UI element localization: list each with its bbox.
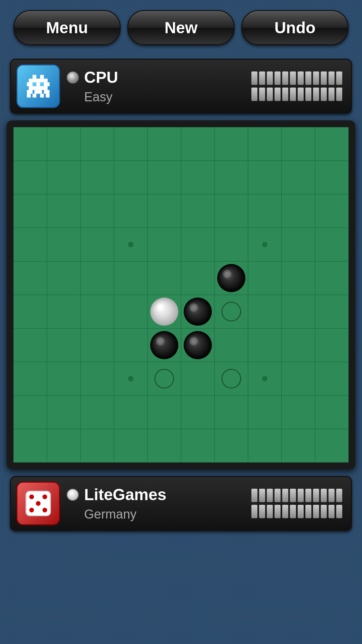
cpu-score-row2 [251,88,342,101]
player-country: Germany [67,507,245,522]
player-score-row1 [251,489,342,502]
undo-button[interactable]: Undo [241,10,349,45]
cpu-score-row1 [251,71,342,85]
toolbar: Menu New Undo [0,0,362,55]
cpu-name-row: CPU [67,68,245,87]
cpu-indicator [67,71,79,84]
human-player-panel: LiteGames Germany [10,476,352,531]
svg-point-22 [43,508,47,513]
svg-rect-1 [40,75,44,78]
player-indicator [67,489,79,501]
player-name: LiteGames [84,485,166,504]
board-container [7,120,355,469]
cpu-avatar [16,64,60,108]
svg-rect-11 [27,90,33,94]
cpu-player-panel: CPU Easy [10,59,352,114]
svg-rect-12 [35,90,42,94]
game-board[interactable] [13,127,349,463]
svg-rect-4 [44,79,48,83]
new-button[interactable]: New [127,10,235,45]
svg-rect-16 [40,94,44,98]
player-score [251,489,346,518]
svg-rect-15 [33,94,36,98]
cpu-info: CPU Easy [67,68,245,104]
player-score-row2 [251,505,342,518]
player-avatar [16,482,60,525]
menu-button[interactable]: Menu [13,10,121,45]
cpu-difficulty: Easy [67,90,245,104]
svg-rect-10 [29,86,48,90]
svg-rect-14 [27,94,31,98]
svg-rect-17 [46,94,50,98]
svg-rect-9 [40,83,44,86]
svg-rect-8 [33,83,36,86]
svg-rect-13 [44,90,50,94]
svg-rect-6 [27,83,31,86]
svg-rect-3 [33,79,44,83]
svg-rect-0 [33,75,36,78]
player-info: LiteGames Germany [67,485,245,522]
svg-point-23 [36,501,41,506]
svg-rect-7 [46,83,50,86]
svg-point-19 [29,494,34,499]
svg-rect-2 [29,79,33,83]
cpu-score [251,71,346,101]
svg-point-21 [29,508,34,513]
svg-point-20 [43,494,47,499]
player-name-row: LiteGames [67,485,245,504]
cpu-name: CPU [84,68,118,87]
